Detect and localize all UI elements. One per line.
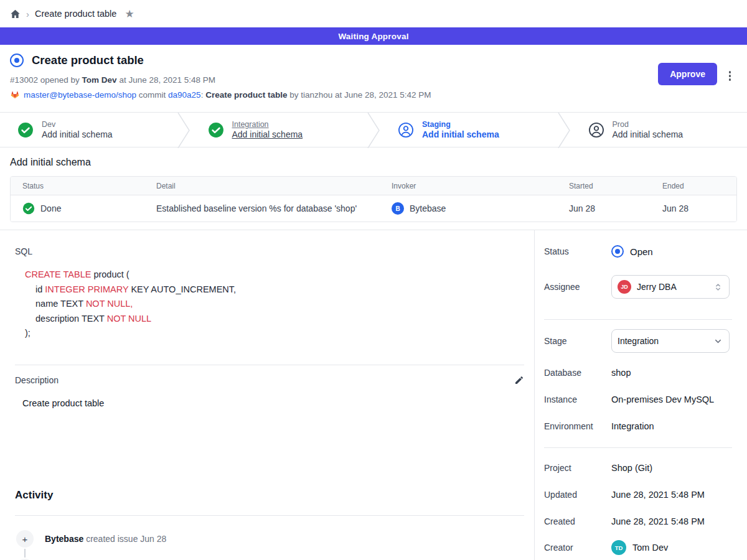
done-status-icon xyxy=(22,202,35,215)
issue-meta: #13002 opened by Tom Dev at June 28, 202… xyxy=(10,75,737,85)
stage-dev[interactable]: Dev Add initial schema xyxy=(0,113,177,147)
task-section: Add initial schema Status Detail Invoker… xyxy=(0,147,747,222)
breadcrumb-chevron-icon: › xyxy=(26,9,29,19)
approve-button[interactable]: Approve xyxy=(658,63,717,85)
issue-author: Tom Dev xyxy=(82,75,117,85)
environment-row: Environment Integration xyxy=(544,419,733,434)
database-value: shop xyxy=(611,368,631,378)
status-value: Open xyxy=(630,246,653,257)
issue-sidebar: Status Open Assignee JD Jerry DBA xyxy=(535,230,747,560)
created-row: Created June 28, 2021 5:48 PM xyxy=(544,514,733,529)
instance-row: Instance On-premises Dev MySQL xyxy=(544,392,733,407)
task-section-title: Add initial schema xyxy=(10,157,737,168)
task-status: Done xyxy=(40,203,61,213)
bytebase-avatar: B xyxy=(392,202,404,215)
task-detail: Established baseline version %s for data… xyxy=(156,203,392,213)
assignee-value: Jerry DBA xyxy=(637,282,677,292)
breadcrumb: › Create product table ★ xyxy=(0,0,747,27)
more-actions-button[interactable] xyxy=(726,68,734,83)
breadcrumb-current: Create product table xyxy=(35,9,116,19)
description-text: Create product table xyxy=(22,398,104,408)
home-icon[interactable] xyxy=(10,9,21,19)
stage-select[interactable]: Integration xyxy=(611,329,730,353)
divider xyxy=(15,515,524,516)
stage-separator-icon xyxy=(367,113,380,147)
creator-row: Creator TD Tom Dev xyxy=(544,539,733,556)
instance-value: On-premises Dev MySQL xyxy=(611,394,714,404)
created-issue-icon: + xyxy=(16,530,34,548)
divider xyxy=(544,319,732,320)
stage-separator-icon xyxy=(177,113,190,147)
timeline-connector xyxy=(24,549,26,558)
pending-task-icon xyxy=(588,122,604,138)
issue-open-icon xyxy=(10,54,24,67)
chevron-down-icon xyxy=(713,337,723,346)
issue-title: Create product table xyxy=(32,54,144,67)
task-invoker: Bytebase xyxy=(410,203,446,213)
stage-prod[interactable]: Prod Add initial schema xyxy=(571,113,747,147)
task-done-icon xyxy=(208,122,224,138)
open-status-icon xyxy=(611,245,624,258)
vcs-commit-row: master@bytebase-demo/shop commit da90a25… xyxy=(10,90,737,100)
project-value: Shop (Git) xyxy=(611,463,652,473)
assignee-avatar: JD xyxy=(618,280,631,294)
approval-banner: Waiting Approval xyxy=(0,27,747,45)
activity-item: + Bytebase created issue Jun 28 xyxy=(16,530,166,548)
task-started: Jun 28 xyxy=(569,203,662,213)
task-ended: Jun 28 xyxy=(662,203,736,213)
task-done-icon xyxy=(17,122,34,138)
edit-description-button[interactable] xyxy=(514,375,524,385)
pipeline-stages: Dev Add initial schema Integration Add i… xyxy=(0,112,747,147)
environment-value: Integration xyxy=(611,421,654,431)
select-stepper-icon xyxy=(713,282,723,292)
pending-approval-icon xyxy=(398,122,414,138)
status-row: Status Open xyxy=(544,244,733,259)
database-row: Database shop xyxy=(544,365,733,380)
issue-detail-page: › Create product table ★ Waiting Approva… xyxy=(0,0,747,560)
task-table-row: Done Established baseline version %s for… xyxy=(11,195,736,222)
issue-body: SQL CREATE TABLE product ( id INTEGER PR… xyxy=(0,230,535,560)
activity-actor: Bytebase xyxy=(45,534,83,544)
issue-header: Create product table #13002 opened by To… xyxy=(0,45,747,112)
approval-banner-text: Waiting Approval xyxy=(338,32,408,41)
stage-staging[interactable]: Staging Add initial schema xyxy=(380,113,557,147)
branch-repo-link[interactable]: master@bytebase-demo/shop xyxy=(24,90,136,100)
stage-integration[interactable]: Integration Add initial schema xyxy=(190,113,367,147)
task-table: Status Detail Invoker Started Ended Done… xyxy=(10,176,737,222)
commit-hash-link[interactable]: da90a25 xyxy=(168,90,201,100)
divider xyxy=(544,447,732,448)
assignee-select[interactable]: JD Jerry DBA xyxy=(611,275,730,299)
gitlab-icon xyxy=(10,90,20,100)
creator-value: Tom Dev xyxy=(632,543,668,553)
updated-row: Updated June 28, 2021 5:48 PM xyxy=(544,487,733,502)
created-value: June 28, 2021 5:48 PM xyxy=(611,516,705,526)
assignee-row: Assignee JD Jerry DBA xyxy=(544,275,733,299)
creator-avatar: TD xyxy=(611,540,626,555)
divider xyxy=(15,365,524,365)
description-label: Description xyxy=(15,375,59,385)
project-row: Project Shop (Git) xyxy=(544,460,733,475)
commit-message: Create product table xyxy=(205,90,287,100)
stage-row: Stage Integration xyxy=(544,329,733,353)
task-table-header: Status Detail Invoker Started Ended xyxy=(11,177,736,195)
activity-title: Activity xyxy=(15,489,53,502)
favorite-star-icon[interactable]: ★ xyxy=(125,9,134,19)
sql-statement: CREATE TABLE product ( id INTEGER PRIMAR… xyxy=(25,268,236,341)
sql-label: SQL xyxy=(15,246,32,256)
stage-value: Integration xyxy=(618,336,659,346)
stage-separator-icon xyxy=(557,113,571,147)
updated-value: June 28, 2021 5:48 PM xyxy=(611,490,705,500)
